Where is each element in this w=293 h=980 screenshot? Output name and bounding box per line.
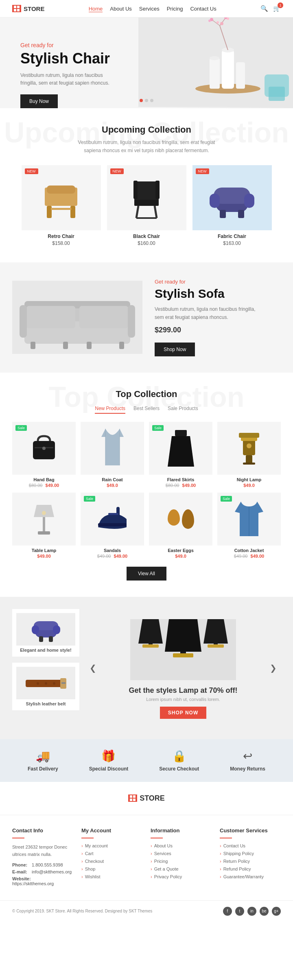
svg-rect-27: [134, 181, 159, 202]
sandals-image[interactable]: Sale: [81, 493, 144, 546]
black-chair-image[interactable]: NEW: [107, 165, 186, 230]
footer-link-wishlist[interactable]: Wishlist: [81, 874, 142, 879]
svg-point-64: [247, 443, 251, 448]
raincoat-name: Rain Coat: [81, 477, 144, 482]
nav-services[interactable]: Services: [139, 6, 160, 12]
returns-icon: ↩: [230, 749, 265, 763]
footer-link-cart[interactable]: Cart: [81, 851, 142, 856]
table-lamp-image[interactable]: [12, 493, 76, 546]
svg-rect-91: [173, 653, 193, 657]
search-icon[interactable]: 🔍: [260, 5, 268, 12]
footer-info-title: Information: [151, 827, 212, 834]
hero-dots: [140, 99, 153, 102]
svg-rect-36: [210, 194, 220, 208]
footer-link-services[interactable]: Services: [151, 851, 212, 856]
product-retro-chair: NEW Retro Chair $158.00: [22, 165, 101, 246]
svg-rect-78: [49, 636, 53, 642]
nav-home[interactable]: Home: [89, 6, 103, 12]
nav-contact[interactable]: Contact Us: [190, 6, 216, 12]
promo-next-button[interactable]: ❯: [266, 609, 281, 727]
sofa-title: Stylish Sofa: [155, 287, 281, 300]
promo-prev-button[interactable]: ❮: [85, 609, 101, 727]
table-lamp-new-price: $49.00: [37, 554, 51, 559]
promo-main: Get the styles Lamp at 70% off! Lorem ip…: [101, 609, 266, 727]
footer-link-return[interactable]: Return Policy: [220, 859, 281, 864]
logo-text: STORE: [24, 5, 44, 12]
sale-badge-handbag: Sale: [15, 425, 27, 431]
svg-marker-86: [138, 619, 163, 644]
skirts-image[interactable]: Sale: [149, 422, 212, 475]
night-lamp-name: Night Lamp: [217, 477, 281, 482]
footer-link-privacy[interactable]: Privacy Policy: [151, 874, 212, 879]
dot-2[interactable]: [145, 99, 148, 102]
social-twitter[interactable]: t: [235, 907, 244, 916]
svg-rect-98: [130, 795, 132, 798]
cotton-jacket-image[interactable]: Sale: [217, 493, 281, 546]
social-instagram[interactable]: in: [247, 907, 256, 916]
svg-rect-8: [222, 50, 234, 89]
nav-about[interactable]: About Us: [110, 6, 131, 12]
easter-eggs-image[interactable]: [149, 493, 212, 546]
dot-1[interactable]: [140, 99, 143, 102]
footer-link-refund[interactable]: Refund Policy: [220, 867, 281, 871]
footer-link-checkout[interactable]: Checkout: [81, 859, 142, 864]
sofa-illustration: [16, 283, 138, 352]
retro-chair-image[interactable]: NEW: [22, 165, 101, 230]
svg-rect-45: [79, 306, 128, 328]
promo-cta-button[interactable]: SHOP NOW: [160, 707, 206, 719]
dot-3[interactable]: [150, 99, 153, 102]
svg-rect-81: [61, 682, 66, 684]
svg-rect-79: [26, 680, 62, 687]
footer-link-shipping[interactable]: Shipping Policy: [220, 851, 281, 856]
svg-marker-92: [203, 619, 228, 644]
night-lamp-illustration: [237, 431, 261, 465]
returns-label: Money Returns: [230, 766, 265, 772]
footer-link-pricing[interactable]: Pricing: [151, 859, 212, 864]
cotton-jacket-old-price: $49.00: [234, 554, 248, 559]
sandals-price: $49.00 $49.00: [81, 554, 144, 559]
skirts-price: $80.00 $49.00: [149, 483, 212, 488]
svg-rect-25: [70, 206, 75, 218]
hero-cta-button[interactable]: Buy Now: [20, 94, 58, 108]
handbag-new-price: $49.00: [46, 483, 59, 488]
footer-logo-text: STORE: [140, 794, 165, 803]
sandals-old-price: $49.00: [97, 554, 111, 559]
svg-rect-38: [220, 210, 226, 218]
footer-link-quote[interactable]: Get a Quote: [151, 867, 212, 871]
social-facebook[interactable]: f: [223, 907, 232, 916]
night-lamp-image[interactable]: [217, 422, 281, 475]
black-chair-price: $160.00: [107, 240, 186, 246]
svg-rect-94: [208, 644, 224, 648]
discount-icon: 🎁: [89, 749, 129, 763]
svg-rect-6: [210, 58, 220, 89]
raincoat-image[interactable]: [81, 422, 144, 475]
handbag-image[interactable]: Sale: [12, 422, 76, 475]
footer-link-contactus[interactable]: Contact Us: [220, 843, 281, 848]
cotton-jacket-price: $49.00 $49.00: [217, 554, 281, 559]
footer-grid: Contact Info Street 23632 tempor Donec u…: [12, 827, 281, 888]
nav-pricing[interactable]: Pricing: [167, 6, 183, 12]
fabric-chair-image[interactable]: NEW: [192, 165, 272, 230]
sofa-cta-button[interactable]: Shop Now: [155, 343, 195, 356]
product-table-lamp: Table Lamp $49.00: [12, 493, 76, 559]
promo-item-chair[interactable]: Elegant and home style!: [12, 609, 79, 657]
social-behance[interactable]: be: [260, 907, 269, 916]
delivery-label: Fast Delivery: [28, 766, 58, 772]
footer-account-links: My account Cart Checkout Shop Wishlist: [81, 843, 142, 879]
sofa-subtitle: Get ready for: [155, 279, 281, 285]
hero-subtitle: Get ready for: [20, 42, 110, 48]
logo[interactable]: STORE: [12, 5, 44, 12]
promo-item-belt[interactable]: Stylish leather belt: [12, 663, 79, 710]
cart-button[interactable]: 🛒 1: [273, 5, 281, 12]
night-lamp-new-price: $49.0: [243, 483, 255, 488]
footer-logo[interactable]: STORE: [12, 794, 281, 803]
footer-link-shop[interactable]: Shop: [81, 867, 142, 871]
sofa-section: Get ready for Stylish Sofa Vestibulum ru…: [0, 262, 293, 373]
retro-chair-name: Retro Chair: [22, 234, 101, 239]
view-all-button[interactable]: View All: [127, 567, 166, 581]
footer-link-about[interactable]: About Us: [151, 843, 212, 848]
footer-link-myaccount[interactable]: My account: [81, 843, 142, 848]
svg-rect-32: [133, 181, 138, 199]
footer-link-guarantee[interactable]: Guarantee/Warranty: [220, 874, 281, 879]
social-gplus[interactable]: g+: [272, 907, 281, 916]
